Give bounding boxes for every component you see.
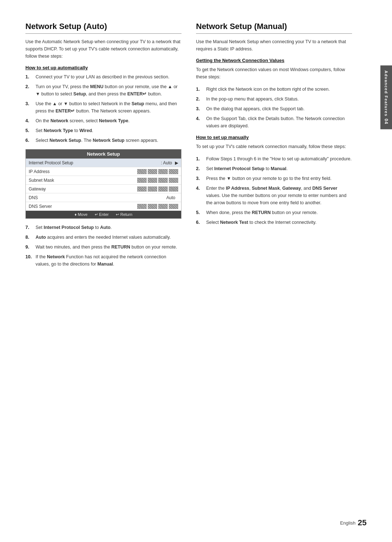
steps-list-auto: 1. Connect your TV to your LAN as descri… <box>25 73 181 144</box>
right-subsection2-title: How to set up manually <box>196 135 352 140</box>
right-step-2: 2. In the pop-up menu that appears, clic… <box>196 95 352 103</box>
ip-block-3 <box>158 169 168 174</box>
step-3: 3. Use the ▲ or ▼ button to select Netwo… <box>25 100 181 115</box>
dns-value: Auto <box>166 195 175 200</box>
subnet-block-3 <box>158 178 168 183</box>
dns-server-label: DNS Server <box>29 204 137 209</box>
left-section-title: Network Setup (Auto) <box>25 22 181 34</box>
right-manual-step-6: 6. Select Network Test to check the Inte… <box>196 219 352 226</box>
ip-block-1 <box>137 169 147 174</box>
left-subsection-title: How to set up automatically <box>25 65 181 70</box>
right-section-title: Network Setup (Manual) <box>196 22 352 34</box>
right-manual-step-3: 3. Press the ▼ button on your remote to … <box>196 175 352 182</box>
dns-block-2 <box>148 204 157 209</box>
step-6: 6. Select Network Setup. The Network Set… <box>25 137 181 144</box>
subnet-block-2 <box>148 178 157 183</box>
right-subsection1-title: Getting the Network Connection Values <box>196 58 352 63</box>
dns-block-1 <box>137 204 147 209</box>
step-9: 9. Wait two minutes, and then press the … <box>25 243 181 251</box>
network-row-ip: IP Address <box>26 167 181 176</box>
network-row-protocol: Internet Protocol Setup : Auto ▶ <box>26 159 181 167</box>
footer-enter: ↵ Enter <box>95 212 109 217</box>
ip-block-4 <box>169 169 178 174</box>
step-5: 5. Set Network Type to Wired. <box>25 127 181 134</box>
chapter-tab: 04 Advanced Features <box>380 65 392 129</box>
right-manual-step-1: 1. Follow Steps 1 through 6 in the "How … <box>196 155 352 163</box>
footer-page-number: 25 <box>358 518 367 527</box>
chapter-label: Advanced Features <box>384 70 388 116</box>
footer-move: ♦ Move <box>74 212 87 217</box>
protocol-arrow: ▶ <box>175 160 178 165</box>
step-10: 10. If the Network Function has not acqu… <box>25 253 181 268</box>
network-row-gateway: Gateway <box>26 185 181 193</box>
footer-english-label: English <box>340 520 356 526</box>
step-4: 4. On the Network screen, select Network… <box>25 117 181 124</box>
right-step-1: 1. Right click the Network icon on the b… <box>196 86 352 93</box>
network-row-dns: DNS Auto <box>26 193 181 202</box>
step-2: 2. Turn on your TV, press the MENU butto… <box>25 83 181 98</box>
right-steps-list-1: 1. Right click the Network icon on the b… <box>196 86 352 130</box>
right-manual-step-4: 4. Enter the IP Address, Subnet Mask, Ga… <box>196 185 352 206</box>
steps-list-after: 7. Set Internet Protocol Setup to Auto. … <box>25 224 181 268</box>
subnet-block-1 <box>137 178 147 183</box>
subnet-label: Subnet Mask <box>29 178 137 183</box>
right-steps-list-2: 1. Follow Steps 1 through 6 in the "How … <box>196 155 352 226</box>
network-box-title: Network Setup <box>26 149 181 159</box>
right-subsection2-intro: To set up your TV's cable network connec… <box>196 143 352 150</box>
subnet-block-4 <box>169 178 178 183</box>
dns-server-blocks <box>137 204 178 209</box>
page-container: 04 Advanced Features Network Setup (Auto… <box>0 0 392 542</box>
dns-label: DNS <box>29 195 166 200</box>
gateway-label: Gateway <box>29 186 137 192</box>
protocol-label: Internet Protocol Setup <box>29 160 161 165</box>
footer-return: ↩ Return <box>116 212 132 217</box>
ip-blocks <box>137 169 178 174</box>
protocol-value: : Auto <box>161 160 172 165</box>
dns-block-3 <box>158 204 168 209</box>
network-box-footer: ♦ Move ↵ Enter ↩ Return <box>26 211 181 218</box>
right-manual-step-5: 5. When done, press the RETURN button on… <box>196 209 352 216</box>
gw-block-1 <box>137 186 147 192</box>
left-column: Network Setup (Auto) Use the Automatic N… <box>25 22 181 520</box>
right-intro: Use the Manual Network Setup when connec… <box>196 38 352 53</box>
gateway-blocks <box>137 186 178 192</box>
right-step-4: 4. On the Support Tab, click the Details… <box>196 115 352 130</box>
gw-block-3 <box>158 186 168 192</box>
step-7: 7. Set Internet Protocol Setup to Auto. <box>25 224 181 231</box>
dns-block-4 <box>169 204 178 209</box>
right-column: Network Setup (Manual) Use the Manual Ne… <box>196 22 352 520</box>
step-8: 8. Auto acquires and enters the needed I… <box>25 234 181 241</box>
left-intro: Use the Automatic Network Setup when con… <box>25 38 181 60</box>
right-manual-step-2: 2. Set Internet Protocol Setup to Manual… <box>196 165 352 172</box>
gw-block-2 <box>148 186 157 192</box>
network-setup-box: Network Setup Internet Protocol Setup : … <box>25 149 181 219</box>
ip-block-2 <box>148 169 157 174</box>
right-subsection1-intro: To get the Network connection values on … <box>196 66 352 81</box>
main-content: Network Setup (Auto) Use the Automatic N… <box>0 0 380 542</box>
ip-label: IP Address <box>29 169 137 174</box>
right-step-3: 3. On the dialog that appears, click the… <box>196 105 352 112</box>
subnet-blocks <box>137 178 178 183</box>
page-footer: English 25 <box>340 518 367 527</box>
chapter-number: 04 <box>384 119 389 124</box>
network-row-subnet: Subnet Mask <box>26 176 181 185</box>
step-1: 1. Connect your TV to your LAN as descri… <box>25 73 181 81</box>
gw-block-4 <box>169 186 178 192</box>
network-row-dns-server: DNS Server <box>26 202 181 211</box>
